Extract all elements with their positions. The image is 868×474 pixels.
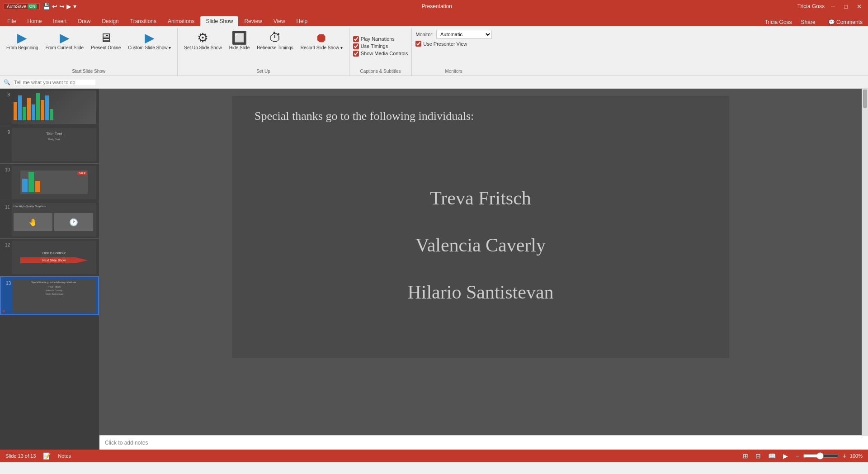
group-monitors-content: Monitor: Automatic Primary Monitor Secon…	[415, 30, 492, 68]
restore-button[interactable]: □	[841, 3, 850, 10]
from-current-label: From Current Slide	[46, 45, 84, 51]
slide-thumb-13[interactable]: 13 Special thanks go to the following in…	[0, 276, 99, 315]
slide-names: Treva Fritsch Valencia Caverly Hilario S…	[407, 187, 553, 303]
tab-file[interactable]: File	[2, 16, 21, 26]
present-button[interactable]: ▶	[66, 3, 71, 10]
play-narrations-input[interactable]	[353, 36, 359, 42]
notes-toggle-button[interactable]: 📝	[41, 451, 52, 460]
tab-slideshow[interactable]: Slide Show	[200, 16, 238, 26]
slide-sorter-button[interactable]: ⊟	[754, 451, 763, 460]
save-button[interactable]: 💾	[42, 3, 50, 10]
tab-draw[interactable]: Draw	[72, 16, 96, 26]
from-beginning-button[interactable]: ▶ From Beginning	[4, 30, 41, 52]
minimize-button[interactable]: ─	[828, 3, 838, 10]
slide-13-name1: Treva Fritsch	[47, 285, 61, 288]
rehearse-timings-button[interactable]: ⏱ Rehearse Timings	[254, 30, 296, 52]
group-setup-label: Set Up	[256, 68, 270, 74]
canvas-area: Special thanks go to the following indiv…	[99, 89, 862, 435]
setup-icon: ⚙	[197, 32, 208, 44]
scrollbar-thumb[interactable]	[863, 90, 867, 108]
slide-9-title: Title Text	[14, 132, 94, 136]
tab-review[interactable]: Review	[239, 16, 267, 26]
reading-view-button[interactable]: 📖	[766, 451, 778, 460]
rehearse-label: Rehearse Timings	[257, 45, 293, 51]
from-current-slide-button[interactable]: ▶ From Current Slide	[43, 30, 86, 52]
clock-icon: 🕐	[69, 218, 78, 227]
slide-9-content: Title Text Body Text	[12, 128, 96, 142]
slide-thumb-9[interactable]: 9 Title Text Body Text	[0, 126, 99, 164]
show-media-controls-input[interactable]	[353, 51, 359, 57]
zoom-out-button[interactable]: −	[793, 451, 801, 460]
record-icon: ⏺	[315, 32, 328, 44]
slide-10-chart: SALE	[20, 171, 88, 194]
tab-help[interactable]: Help	[291, 16, 313, 26]
slide-11-img2: 🕐	[54, 213, 93, 231]
tab-design[interactable]: Design	[96, 16, 124, 26]
slide-12-label: Click to Continue	[42, 251, 66, 255]
autosave-status: ON	[28, 4, 37, 9]
monitor-row: Monitor: Automatic Primary Monitor Secon…	[415, 30, 492, 39]
tab-view[interactable]: View	[268, 16, 291, 26]
group-start-slideshow: ▶ From Beginning ▶ From Current Slide 🖥 …	[0, 28, 178, 76]
user-name: Tricia Goss	[797, 3, 825, 9]
presenter-view-checkbox[interactable]: Use Presenter View	[415, 41, 492, 47]
slide-name-2: Valencia Caverly	[415, 234, 546, 256]
chart-bars	[12, 90, 96, 124]
ribbon-tabs: File Home Insert Draw Design Transitions…	[0, 13, 868, 26]
slide-canvas[interactable]: Special thanks go to the following indiv…	[232, 96, 729, 358]
slide-preview-9: Title Text Body Text	[12, 128, 96, 161]
from-beginning-icon: ▶	[17, 32, 27, 44]
arrow-text: Next Slide Show	[42, 259, 66, 262]
presenter-view-input[interactable]	[415, 41, 421, 47]
rehearse-icon: ⏱	[269, 32, 282, 44]
custom-slide-show-button[interactable]: ▶ Custom Slide Show ▾	[125, 30, 174, 52]
set-up-slide-show-button[interactable]: ⚙ Set Up Slide Show	[181, 30, 224, 52]
hand-icon: 🤚	[28, 218, 38, 227]
bar5	[32, 104, 35, 120]
presentation-view-button[interactable]: ▶	[781, 451, 790, 460]
notes-bar[interactable]: Click to add notes	[99, 435, 868, 450]
tab-insert[interactable]: Insert	[47, 16, 72, 26]
monitor-select[interactable]: Automatic Primary Monitor Secondary Moni…	[436, 30, 492, 39]
tab-animations[interactable]: Animations	[162, 16, 200, 26]
slide-layout-button[interactable]: ⊞	[741, 451, 750, 460]
hide-slide-button[interactable]: 🔲 Hide Slide	[226, 30, 253, 52]
slide-thumb-11[interactable]: 11 Use High-Quality Graphics 🤚 🕐	[0, 201, 99, 239]
record-slide-show-button[interactable]: ⏺ Record Slide Show ▾	[298, 30, 345, 52]
setup-label: Set Up Slide Show	[184, 45, 222, 51]
notes-label: Notes	[58, 453, 71, 459]
show-media-controls-checkbox[interactable]: Show Media Controls	[353, 51, 408, 57]
group-monitors: Monitor: Automatic Primary Monitor Secon…	[412, 28, 495, 76]
comments-button[interactable]: 💬 Comments	[825, 18, 866, 26]
vertical-scrollbar[interactable]	[862, 89, 868, 435]
current-slide-star: ★	[2, 308, 6, 313]
present-online-button[interactable]: 🖥 Present Online	[88, 30, 123, 52]
group-setup-content: ⚙ Set Up Slide Show 🔲 Hide Slide ⏱ Rehea…	[181, 30, 345, 68]
tab-home[interactable]: Home	[22, 16, 47, 26]
group-captions: Play Narrations Use Timings Show Media C…	[349, 28, 412, 76]
slide-heading: Special thanks go to the following indiv…	[255, 109, 707, 123]
slide-num-11: 11	[3, 205, 10, 210]
slide-thumb-12[interactable]: 12 Click to Continue Next Slide Show	[0, 239, 99, 276]
play-narrations-label: Play Narrations	[361, 36, 395, 42]
tab-transitions[interactable]: Transitions	[125, 16, 162, 26]
zoom-in-button[interactable]: +	[841, 451, 848, 460]
undo-button[interactable]: ↩	[52, 3, 57, 10]
slide-preview-8	[12, 90, 96, 124]
customize-button[interactable]: ▾	[73, 3, 76, 10]
slide-name-1: Treva Fritsch	[430, 187, 531, 209]
share-button[interactable]: Share	[796, 18, 821, 26]
close-button[interactable]: ✕	[854, 3, 864, 10]
slide-thumb-10[interactable]: 10 SALE	[0, 164, 99, 201]
use-timings-input[interactable]	[353, 43, 359, 49]
use-timings-checkbox[interactable]: Use Timings	[353, 43, 408, 49]
from-current-icon: ▶	[60, 32, 70, 44]
slide-thumb-8[interactable]: 8	[0, 89, 99, 126]
slide-num-12: 12	[3, 242, 10, 247]
search-input[interactable]	[14, 80, 95, 85]
slide-preview-11: Use High-Quality Graphics 🤚 🕐	[12, 203, 96, 237]
zoom-slider[interactable]	[803, 452, 839, 460]
bar6	[36, 93, 40, 120]
play-narrations-checkbox[interactable]: Play Narrations	[353, 36, 408, 42]
redo-button[interactable]: ↪	[59, 3, 65, 10]
